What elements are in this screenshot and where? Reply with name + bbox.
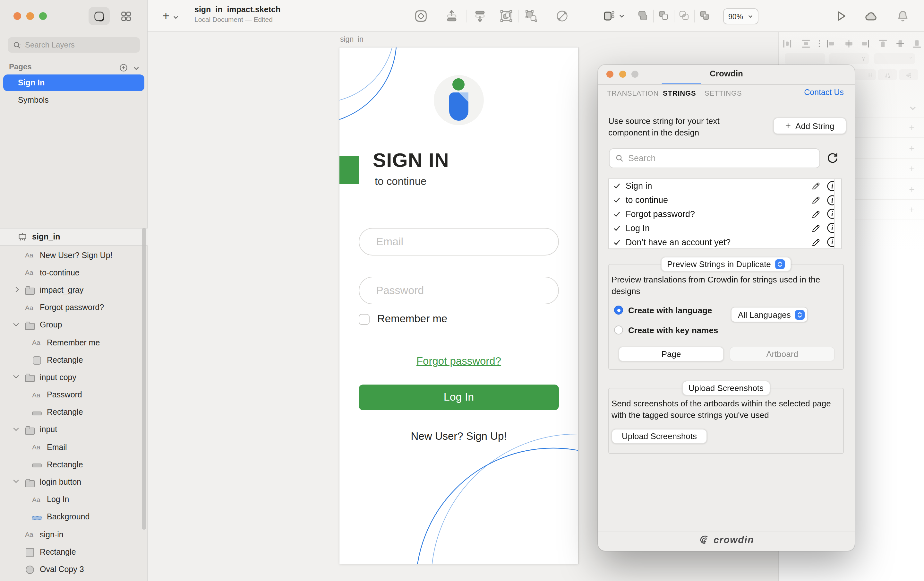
layer-row[interactable]: Rectangle — [0, 404, 148, 421]
close-window-button[interactable] — [13, 12, 21, 20]
distribute-horizontally-icon[interactable] — [783, 39, 792, 51]
layer-row[interactable]: Remember me — [0, 334, 148, 351]
edit-string-button[interactable] — [810, 209, 821, 220]
create-with-key-names-radio[interactable] — [614, 326, 623, 334]
string-row[interactable]: Sign in i — [609, 179, 841, 193]
align-top-icon[interactable] — [878, 39, 888, 51]
layer-chevron-icon[interactable] — [14, 323, 18, 326]
layer-row[interactable]: input copy — [0, 369, 148, 386]
boolean-subtract-button[interactable] — [657, 9, 670, 22]
resize-button[interactable] — [602, 9, 625, 23]
add-shadow-button[interactable]: + — [908, 184, 916, 195]
align-left-icon[interactable] — [827, 39, 835, 51]
artboard-button[interactable]: Artboard — [729, 347, 835, 361]
layer-row[interactable]: Password — [0, 386, 148, 404]
layer-row[interactable]: New User? Sign Up! — [0, 247, 148, 264]
artboard-canvas-label[interactable]: sign_in — [340, 35, 363, 43]
x-position-field[interactable] — [785, 53, 825, 64]
string-search-input[interactable]: Search — [609, 148, 820, 168]
add-page-button[interactable] — [119, 63, 128, 75]
align-middle-vertical-icon[interactable] — [896, 39, 905, 51]
add-style-button[interactable]: + — [908, 122, 916, 133]
boolean-union-button[interactable] — [637, 9, 649, 22]
layer-row[interactable]: Rectangle — [0, 543, 148, 561]
sign-in-artboard[interactable]: SIGN IN to continue Remember me Forgot p… — [340, 48, 578, 564]
minimize-window-button[interactable] — [26, 12, 34, 20]
preview-strings-dropdown[interactable]: Preview Strings in Duplicate — [661, 257, 792, 271]
layer-row[interactable]: Oval Copy 3 — [0, 561, 148, 578]
search-layers-input[interactable]: Search Layers — [8, 37, 140, 53]
distribute-vertically-icon[interactable] — [802, 39, 810, 51]
grid-view-toggle[interactable] — [116, 7, 137, 25]
edit-string-button[interactable] — [810, 236, 821, 248]
move-forward-button[interactable] — [445, 9, 459, 23]
layer-row[interactable]: to-continue — [0, 264, 148, 281]
zoom-dropdown[interactable]: 90% — [723, 8, 759, 25]
add-blur-button[interactable]: + — [908, 204, 916, 215]
layer-chevron-icon[interactable] — [14, 427, 18, 430]
create-with-language-radio[interactable] — [614, 306, 623, 315]
align-center-horizontal-icon[interactable] — [845, 39, 853, 51]
layer-row[interactable]: Forgot password? — [0, 299, 148, 316]
list-scrollbar-lane[interactable] — [834, 179, 841, 248]
layer-chevron-icon[interactable] — [14, 375, 18, 378]
tab-translation[interactable]: TRANSLATION — [607, 89, 659, 97]
edit-string-button[interactable] — [810, 194, 821, 206]
layer-row[interactable]: Rectangle — [0, 351, 148, 369]
layer-row[interactable]: sign-in — [0, 526, 148, 543]
flip-vertical-button[interactable] — [899, 70, 918, 80]
layer-row[interactable]: Background — [0, 508, 148, 526]
password-field[interactable] — [359, 277, 559, 304]
add-string-button[interactable]: + Add String — [773, 118, 846, 134]
contact-us-link[interactable]: Contact Us — [804, 88, 844, 97]
edit-shape-button[interactable] — [555, 9, 569, 23]
layer-row[interactable]: login button — [0, 473, 148, 491]
page-button[interactable]: Page — [619, 347, 724, 361]
layer-row[interactable]: Group — [0, 316, 148, 334]
sign-up-link[interactable]: New User? Sign Up! — [340, 430, 578, 442]
language-dropdown[interactable]: All Languages — [731, 307, 808, 322]
fullscreen-window-button[interactable] — [39, 12, 47, 20]
tab-strings[interactable]: STRINGS — [663, 89, 696, 97]
cloud-sync-button[interactable] — [863, 9, 878, 25]
string-row[interactable]: Don’t have an account yet? i — [609, 235, 841, 249]
string-row[interactable]: to continue i — [609, 193, 841, 207]
sidebar-page-symbols[interactable]: Symbols — [3, 93, 144, 108]
insert-symbol-button[interactable] — [414, 9, 428, 23]
tab-settings[interactable]: SETTINGS — [705, 89, 742, 97]
forgot-password-link[interactable]: Forgot password? — [340, 355, 578, 367]
edit-string-button[interactable] — [810, 222, 821, 234]
layer-chevron-icon[interactable] — [14, 480, 18, 482]
edit-string-button[interactable] — [810, 180, 821, 192]
layer-chevron-icon[interactable] — [14, 288, 18, 292]
boolean-intersect-button[interactable] — [678, 9, 690, 22]
collapse-pages-button[interactable] — [133, 65, 140, 72]
layer-row[interactable]: Rectangle — [0, 456, 148, 473]
sidebar-page-sign-in[interactable]: Sign In — [3, 74, 144, 91]
group-button[interactable] — [499, 9, 513, 23]
layer-row[interactable]: input — [0, 421, 148, 439]
sidebar-scrollbar[interactable] — [142, 228, 146, 530]
rotation-field[interactable]: ° — [874, 53, 915, 64]
ungroup-button[interactable] — [524, 9, 538, 23]
upload-screenshots-button[interactable]: Upload Screenshots — [612, 429, 707, 444]
add-border-button[interactable]: + — [908, 163, 916, 174]
preview-play-button[interactable] — [834, 9, 848, 23]
email-field[interactable] — [359, 228, 559, 255]
align-bottom-icon[interactable] — [912, 39, 921, 51]
add-fill-button[interactable]: + — [908, 142, 916, 154]
align-right-icon[interactable] — [860, 39, 870, 51]
canvas-view-toggle[interactable] — [89, 7, 110, 25]
artboard-list-item[interactable]: sign_in — [0, 228, 148, 246]
layer-row[interactable]: Email — [0, 439, 148, 456]
y-position-field[interactable]: Y — [829, 53, 869, 64]
string-row[interactable]: Forgot password? i — [609, 207, 841, 221]
move-backward-button[interactable] — [473, 9, 487, 23]
layer-row[interactable]: Log In — [0, 491, 148, 508]
flip-horizontal-button[interactable] — [878, 70, 897, 80]
log-in-button[interactable]: Log In — [359, 384, 559, 410]
refresh-strings-button[interactable] — [826, 152, 839, 167]
layer-row[interactable]: impact_gray — [0, 281, 148, 299]
insert-button[interactable]: + — [162, 7, 188, 25]
remember-me-checkbox[interactable] — [359, 314, 370, 325]
